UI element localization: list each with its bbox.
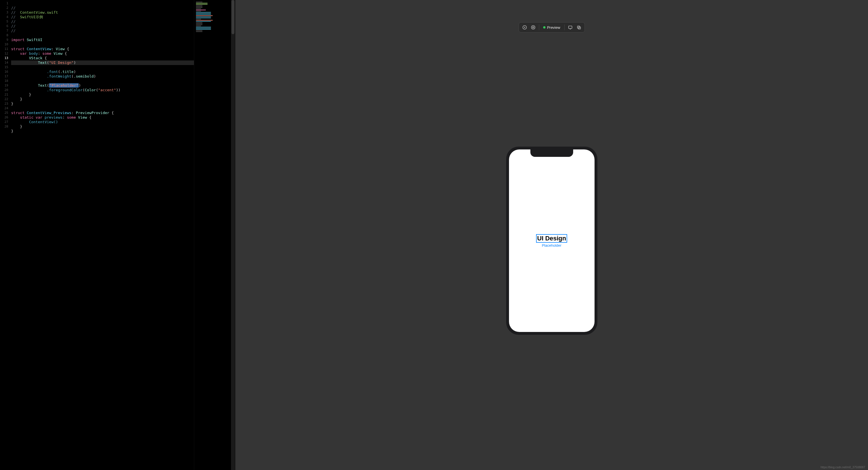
code-editor[interactable]: 1 2 3 4 5 6 7 8 9 10 11 12 13 14 15 16 1…: [0, 0, 194, 470]
pin-icon[interactable]: [529, 24, 536, 31]
preview-canvas: Preview UI Design Placeholder https://bl…: [235, 0, 868, 470]
svg-rect-3: [568, 26, 572, 29]
preview-toolbar: Preview: [518, 22, 585, 32]
device-icon[interactable]: [567, 24, 574, 31]
selected-text[interactable]: "Placeholder": [49, 83, 79, 88]
status-dot-icon: [543, 26, 545, 29]
svg-point-2: [532, 27, 534, 28]
selection-outline[interactable]: UI Design: [536, 234, 567, 243]
device-notch: [530, 150, 573, 157]
play-icon[interactable]: [521, 24, 528, 31]
preview-subtitle-text: Placeholder: [542, 243, 561, 248]
minimap[interactable]: [194, 0, 231, 470]
device-screen[interactable]: UI Design Placeholder: [509, 150, 594, 332]
current-line[interactable]: Text("UI Design"): [11, 60, 194, 65]
svg-point-1: [531, 26, 535, 29]
line-number-gutter: 1 2 3 4 5 6 7 8 9 10 11 12 13 14 15 16 1…: [0, 0, 10, 470]
device-frame: UI Design Placeholder: [506, 147, 597, 335]
code-area[interactable]: // // ContentView.swift // SwiftUI示例 // …: [10, 0, 194, 470]
live-preview-button[interactable]: Preview: [541, 25, 562, 30]
watermark-text: https://blog.csdn.net/m0_37508087: [821, 466, 865, 469]
live-preview-label: Preview: [547, 25, 560, 30]
duplicate-icon[interactable]: [576, 24, 582, 31]
preview-title-text: UI Design: [537, 235, 566, 242]
editor-scrollbar[interactable]: [231, 0, 235, 470]
